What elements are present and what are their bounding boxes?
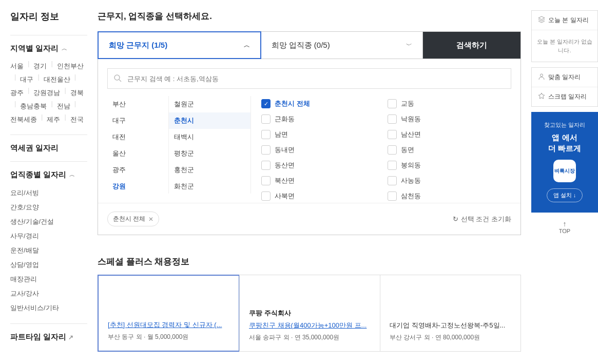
svg-point-0 — [114, 75, 120, 80]
district-checkbox[interactable]: ✓춘천시 전체 — [259, 96, 385, 111]
district-checkbox[interactable]: 근화동 — [259, 111, 385, 127]
scroll-top-label: TOP — [559, 228, 570, 234]
jobtype-link[interactable]: 운전/배달 — [10, 243, 87, 258]
region-link[interactable]: 경남 — [47, 86, 60, 100]
region-link[interactable]: 광주 — [10, 86, 24, 100]
region-link[interactable]: 강원 — [33, 86, 47, 100]
tab-jobtype[interactable]: 희망 업직종 (0/5) ﹀ — [261, 32, 423, 59]
district-checkbox[interactable]: 동산면 — [259, 158, 385, 173]
jobtype-link[interactable]: 생산/기술/건설 — [10, 215, 87, 229]
station-link[interactable]: 역세권 일자리 — [10, 143, 87, 153]
region-link[interactable]: 부산 — [70, 60, 84, 73]
district-checkbox[interactable]: 남면 — [259, 127, 385, 142]
jobtype-link[interactable]: 일반서비스/기타 — [10, 301, 87, 315]
job-card[interactable]: 쿠팡 주식회사쿠팡친구 채용(월400가능+100만원 프...서울 송파구 외… — [239, 275, 380, 352]
province-item[interactable]: 강원 — [107, 178, 168, 194]
chevron-down-icon: ﹀ — [406, 41, 412, 50]
jobtype-link[interactable]: 사무/경리 — [10, 229, 87, 243]
card-meta: 부산 강서구 외 · 연 80,000,000원 — [390, 333, 511, 342]
job-card[interactable]: [추천] 선원대모집 경력자 및 신규자 (...부산 동구 외 · 월 5,0… — [98, 275, 240, 352]
region-link[interactable]: 충남 — [20, 100, 33, 113]
checkbox-icon — [388, 145, 397, 155]
region-link[interactable]: 인천 — [57, 60, 70, 73]
region-link[interactable]: 울산 — [57, 73, 70, 86]
page-heading: 근무지, 업직종을 선택하세요. — [98, 10, 521, 22]
card-meta: 서울 송파구 외 · 연 35,000,000원 — [249, 333, 371, 342]
region-link[interactable]: 제주 — [47, 113, 60, 126]
selector-box: 희망 근무지 (1/5) ︿ 희망 업직종 (0/5) ﹀ 검색하기 부 — [98, 31, 521, 235]
promo-box: 찾고있는 일자리 앱 에서 더 빠르게 벼룩시장 앱 설치 ↓ — [531, 112, 598, 213]
province-item[interactable]: 대전 — [107, 129, 168, 145]
region-link[interactable]: 세종 — [24, 113, 37, 126]
app-install-button[interactable]: 앱 설치 ↓ — [547, 188, 583, 202]
district-label: 교동 — [401, 99, 414, 108]
province-item[interactable]: 부산 — [107, 96, 168, 112]
tab-workplace[interactable]: 희망 근무지 (1/5) ︿ — [98, 31, 261, 59]
district-checkbox[interactable]: 봉의동 — [385, 158, 512, 173]
checkbox-icon — [261, 161, 271, 170]
workplace-search-input[interactable] — [107, 68, 511, 89]
district-checkbox[interactable]: 낙원동 — [385, 111, 512, 127]
district-checkbox[interactable]: 교동 — [385, 96, 512, 111]
special-heading: 스페셜 플러스 채용정보 — [98, 256, 521, 267]
district-label: 삼천동 — [401, 191, 421, 201]
selector-body: 부산대구대전울산광주강원경남 철원군춘천시태백시평창군홍천군화천군횡성군 ✓춘천… — [98, 59, 520, 203]
jobtype-link[interactable]: 요리/서빙 — [10, 186, 87, 200]
region-link[interactable]: 충북 — [33, 100, 47, 113]
city-item[interactable]: 춘천시 — [169, 112, 250, 129]
district-checkbox[interactable]: 북산면 — [259, 173, 385, 188]
checkbox-icon — [261, 114, 271, 124]
city-item[interactable]: 철원군 — [169, 96, 250, 112]
city-item[interactable]: 태백시 — [169, 129, 250, 145]
province-column[interactable]: 부산대구대전울산광주강원경남 — [107, 96, 169, 194]
region-link[interactable]: 경기 — [33, 60, 47, 73]
tag-remove-icon[interactable]: ✕ — [148, 216, 153, 223]
district-label: 춘천시 전체 — [275, 99, 310, 108]
selector-tabs: 희망 근무지 (1/5) ︿ 희망 업직종 (0/5) ﹀ 검색하기 — [98, 32, 520, 59]
city-item[interactable]: 홍천군 — [169, 162, 250, 178]
region-header[interactable]: 지역별 일자리 ︿ — [10, 44, 87, 53]
district-checkbox[interactable]: 남산면 — [385, 127, 512, 142]
province-item[interactable]: 대구 — [107, 112, 168, 129]
district-checkbox[interactable]: 동내면 — [259, 142, 385, 158]
region-link[interactable]: 경북 — [70, 86, 84, 100]
district-column[interactable]: ✓춘천시 전체교동근화동낙원동남면남산면동내면동면동산면봉의동북산면사농동사북면… — [251, 96, 511, 194]
jobtype-link[interactable]: 간호/요양 — [10, 200, 87, 215]
station-link-label: 역세권 일자리 — [10, 143, 59, 153]
district-label: 낙원동 — [401, 114, 421, 124]
province-item[interactable]: 광주 — [107, 162, 168, 178]
district-checkbox[interactable]: 삼천동 — [385, 188, 512, 204]
jobtype-link[interactable]: 상담/영업 — [10, 258, 87, 272]
scroll-top-button[interactable]: ↑ TOP — [531, 220, 598, 234]
jobtype-link[interactable]: 매장관리 — [10, 272, 87, 286]
city-column[interactable]: 철원군춘천시태백시평창군홍천군화천군횡성군 — [169, 96, 251, 194]
region-link[interactable]: 대구 — [20, 73, 33, 86]
job-card[interactable]: 대기업 직영배차-고정노선왕복-주5일...부산 강서구 외 · 연 80,00… — [380, 275, 521, 352]
region-link[interactable]: 전북 — [10, 113, 24, 126]
region-link[interactable]: 서울 — [10, 60, 24, 73]
person-icon — [538, 73, 545, 82]
rail-custom[interactable]: 맞춤 일자리 — [532, 68, 597, 87]
district-label: 남면 — [275, 130, 288, 139]
chevron-up-icon: ︿ — [69, 171, 75, 179]
checkbox-icon — [388, 176, 397, 185]
region-link[interactable]: 전남 — [57, 100, 70, 113]
jobtype-header[interactable]: 업직종별 일자리 ︿ — [10, 170, 87, 180]
separator: | — [37, 73, 39, 86]
district-checkbox[interactable]: 동면 — [385, 142, 512, 158]
rail-scrap[interactable]: 스크랩 일자리 — [532, 87, 597, 106]
separator: | — [14, 100, 16, 113]
card-meta: 부산 동구 외 · 월 5,000,000원 — [108, 333, 229, 341]
city-item[interactable]: 화천군 — [169, 178, 250, 194]
rail-today[interactable]: 오늘 본 일자리 — [532, 11, 597, 30]
region-link[interactable]: 대전 — [44, 73, 57, 86]
district-checkbox[interactable]: 사농동 — [385, 173, 512, 188]
province-item[interactable]: 울산 — [107, 145, 168, 162]
parttime-link[interactable]: 파트타임 일자리 ↗ — [10, 332, 87, 342]
jobtype-link[interactable]: 교사/강사 — [10, 286, 87, 301]
search-button[interactable]: 검색하기 — [423, 32, 520, 59]
district-checkbox[interactable]: 사북면 — [259, 188, 385, 204]
region-link[interactable]: 전국 — [70, 113, 84, 126]
city-item[interactable]: 평창군 — [169, 145, 250, 162]
reset-button[interactable]: ↻ 선택 조건 초기화 — [453, 215, 511, 224]
